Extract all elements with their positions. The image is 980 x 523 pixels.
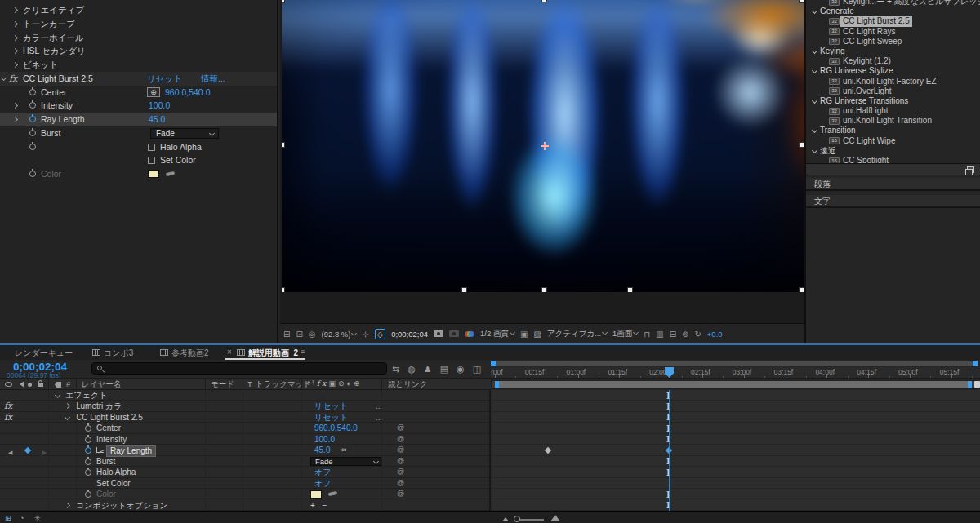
audio-icon[interactable]: [16, 381, 24, 388]
info-link[interactable]: 情報...: [201, 72, 225, 86]
twirl-icon[interactable]: [65, 414, 70, 420]
time-ruler[interactable]: 00:00f00:15f01:00f01:15f02:00f02:15f03:0…: [491, 367, 980, 379]
property-value[interactable]: オフ: [314, 478, 331, 490]
color-swatch[interactable]: [310, 490, 322, 499]
flowchart-button-icon[interactable]: ⊚: [682, 330, 688, 339]
effect-item[interactable]: 32uni.HalfLight: [806, 106, 980, 116]
stopwatch-icon[interactable]: [29, 102, 36, 109]
effect-item-label[interactable]: uni.OverLight: [843, 86, 891, 96]
frame-blending-icon[interactable]: ▤: [440, 364, 448, 375]
selection-handle[interactable]: [800, 0, 804, 2]
stopwatch-icon[interactable]: [29, 171, 36, 177]
effect-name[interactable]: CC Light Burst 2.5: [23, 72, 93, 86]
navigator-end-handle[interactable]: [973, 361, 978, 366]
timeline-row-set-color[interactable]: Set Colorオフ@: [0, 478, 489, 489]
graph-editor-icon[interactable]: ◫: [473, 364, 481, 375]
always-preview-icon[interactable]: ⊞: [283, 330, 290, 339]
property-name[interactable]: CC Light Burst 2.5: [76, 412, 143, 423]
twirl-closed-icon[interactable]: [12, 103, 18, 109]
timeline-zoom-slider-track[interactable]: [519, 519, 544, 521]
pick-whip-icon[interactable]: @: [397, 489, 404, 500]
timeline-row-ray-length[interactable]: ◀▶Ray Length45.0∞@: [0, 445, 489, 455]
twirl-open-icon[interactable]: [812, 68, 817, 73]
graph-row[interactable]: [492, 412, 980, 423]
mini-flowchart-icon[interactable]: ⇆: [392, 364, 399, 375]
param-value[interactable]: 45.0: [149, 113, 165, 126]
eyedropper-icon[interactable]: [328, 491, 338, 496]
property-value[interactable]: リセット: [314, 412, 348, 423]
effect-item[interactable]: 32uni.Knoll Light Transition: [806, 116, 980, 126]
effect-item-label[interactable]: CC Light Wipe: [843, 136, 895, 146]
effect-item-label[interactable]: CC Light Burst 2.5: [840, 16, 912, 26]
timeline-row-burst[interactable]: BurstFade@: [0, 456, 489, 467]
pick-whip-icon[interactable]: @: [397, 467, 404, 478]
mask-visibility-icon[interactable]: ◇: [375, 329, 385, 339]
property-value[interactable]: 45.0: [314, 445, 330, 456]
composition-image[interactable]: [282, 0, 804, 292]
timeline-row--[interactable]: エフェクト: [0, 390, 489, 401]
graph-row[interactable]: [492, 434, 980, 445]
twirl-icon[interactable]: [55, 392, 60, 398]
selection-handle[interactable]: [282, 143, 284, 147]
effect-item[interactable]: 32uni.Knoll Light Factory EZ: [806, 77, 980, 86]
effect-point-button-icon[interactable]: ⊕: [147, 87, 160, 97]
selection-handle[interactable]: [800, 288, 804, 292]
param-dropdown[interactable]: Fade: [150, 128, 219, 139]
expand-inout-panes-icon[interactable]: ✳: [34, 514, 41, 522]
twirl-open-icon[interactable]: [812, 98, 817, 104]
stopwatch-icon[interactable]: [29, 144, 36, 150]
layer-name-column[interactable]: レイヤー名: [82, 379, 121, 390]
property-name[interactable]: エフェクト: [65, 390, 107, 401]
effects-group-keying[interactable]: Keying: [806, 47, 980, 56]
stopwatch-icon[interactable]: [29, 89, 36, 95]
time-navigator-bar[interactable]: [491, 361, 978, 366]
effect-item-label[interactable]: CC Light Sweep: [843, 37, 902, 47]
graph-row[interactable]: [492, 456, 980, 467]
fast-previews-icon[interactable]: ▥: [656, 330, 663, 339]
timeline-row-halo-alpha[interactable]: Halo Alphaオフ@: [0, 467, 489, 477]
tab-active-comp[interactable]: 解説用動画_2: [248, 348, 298, 359]
timeline-row-intensity[interactable]: Intensity100.0@: [0, 434, 489, 445]
property-value[interactable]: 100.0: [314, 434, 335, 445]
pick-whip-icon[interactable]: @: [397, 423, 404, 434]
selection-handle[interactable]: [462, 288, 466, 292]
effects-group-generate[interactable]: Generate: [806, 7, 980, 16]
color-swatch[interactable]: [148, 170, 159, 178]
roi-icon[interactable]: ⊹: [362, 330, 368, 339]
twirl-closed-icon[interactable]: [12, 21, 18, 27]
property-name[interactable]: Set Color: [96, 478, 131, 490]
layer-switches-icons[interactable]: *\fx▣⊘◐⊕: [307, 379, 362, 388]
graph-row[interactable]: [492, 500, 980, 511]
graph-row[interactable]: [492, 467, 980, 477]
property-name[interactable]: コンポジットオプション: [76, 500, 168, 512]
pick-whip-icon[interactable]: @: [397, 445, 404, 456]
timeline-row-cc-light-burst-2-5[interactable]: fxCC Light Burst 2.5リセット...: [0, 412, 489, 423]
graph-row[interactable]: [492, 489, 980, 499]
stopwatch-icon[interactable]: [85, 447, 91, 454]
work-area-start-handle[interactable]: [495, 381, 499, 388]
mode-column[interactable]: モード: [211, 379, 234, 390]
fx-badge-icon[interactable]: fx: [4, 401, 12, 412]
property-name[interactable]: Ray Length: [106, 445, 156, 457]
zoom-out-mountain-icon[interactable]: [502, 517, 509, 521]
comp-marker-bin-icon[interactable]: [974, 381, 980, 388]
expression-link-icon[interactable]: ∞: [341, 445, 346, 456]
video-visibility-icon[interactable]: [5, 382, 12, 387]
lock-icon[interactable]: [38, 383, 43, 387]
timeline-button-icon[interactable]: ⊟: [670, 330, 676, 339]
param-value[interactable]: 960.0,540.0: [165, 86, 210, 100]
solo-icon[interactable]: [28, 383, 32, 387]
work-area-bar[interactable]: [491, 380, 978, 389]
stereo-view-icon[interactable]: ◎: [309, 330, 316, 339]
main-viewer-icon[interactable]: ⊡: [296, 330, 302, 339]
stopwatch-icon[interactable]: [85, 425, 91, 432]
twirl-closed-icon[interactable]: [12, 7, 18, 13]
track-matte-t-column[interactable]: T: [247, 379, 252, 388]
twirl-closed-icon[interactable]: [12, 34, 18, 40]
graph-row[interactable]: [492, 390, 980, 401]
effect-param-row-burst[interactable]: BurstFade: [0, 126, 277, 140]
pick-whip-icon[interactable]: @: [397, 434, 404, 445]
twirl-closed-icon[interactable]: [12, 117, 18, 122]
view-layout-dropdown[interactable]: 1画面: [612, 329, 638, 339]
tab-comp3[interactable]: コンポ3: [104, 348, 133, 359]
